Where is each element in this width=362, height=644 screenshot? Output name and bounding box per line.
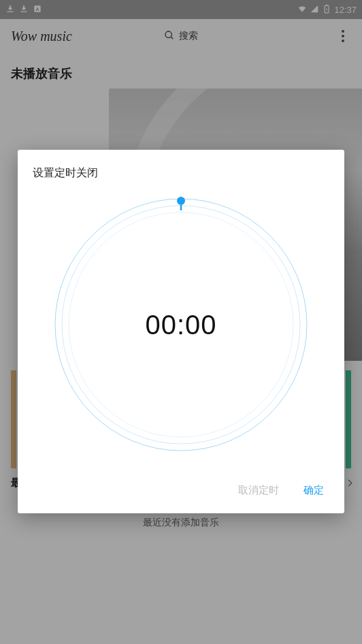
- dialog-title: 设置定时关闭: [33, 166, 329, 180]
- timer-value: 00:00: [145, 310, 216, 340]
- confirm-button[interactable]: 确定: [301, 480, 327, 501]
- dialog-actions: 取消定时 确定: [33, 476, 329, 504]
- cancel-timer-button[interactable]: 取消定时: [235, 480, 282, 501]
- sleep-timer-dialog: 设置定时关闭 00:00 取消定时 确定: [18, 150, 344, 513]
- timer-dial[interactable]: 00:00: [50, 194, 312, 455]
